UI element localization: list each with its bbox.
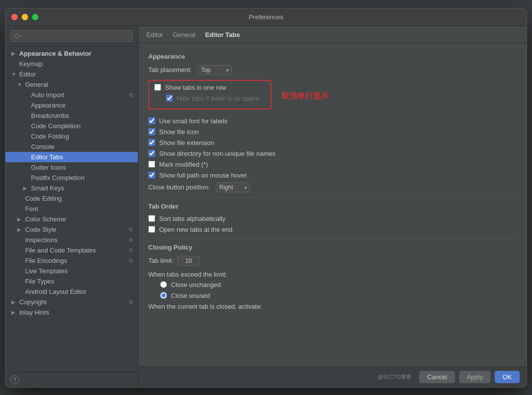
- copy-icon: ⧉: [129, 247, 133, 253]
- sidebar-item-appearance[interactable]: Appearance: [5, 100, 138, 110]
- ok-button[interactable]: OK: [495, 371, 520, 383]
- sidebar-item-editor[interactable]: ▼ Editor: [5, 69, 138, 79]
- close-unchanged-row: Close unchanged: [148, 281, 517, 288]
- close-unused-row: Close unused: [148, 292, 517, 299]
- breadcrumb-editor: Editor: [146, 31, 163, 38]
- show-directory-label: Show directory for non-unique file names: [159, 150, 275, 157]
- minimize-button[interactable]: [22, 14, 28, 20]
- breadcrumb-general: General: [173, 31, 196, 38]
- close-unchanged-radio[interactable]: [160, 281, 167, 288]
- sidebar-item-general[interactable]: ▼ General: [5, 79, 138, 90]
- divider-1: [148, 197, 517, 198]
- sort-tabs-label: Sort tabs alphabetically: [159, 215, 225, 222]
- titlebar: Preferences: [5, 8, 527, 26]
- use-small-font-checkbox[interactable]: [148, 117, 155, 124]
- tab-limit-label: Tab limit:: [148, 257, 173, 264]
- chevron-right-icon: ▶: [11, 51, 17, 56]
- show-file-ext-checkbox[interactable]: [148, 139, 155, 146]
- cancel-button[interactable]: Cancel: [419, 371, 455, 383]
- tab-placement-select[interactable]: Top Bottom Left Right None: [198, 65, 232, 75]
- copy-icon: ⧉: [129, 237, 133, 243]
- tab-limit-input[interactable]: [177, 256, 200, 266]
- chevron-right-icon: ▶: [17, 216, 23, 222]
- highlight-row: Show tabs in one row Hide tabs if there …: [148, 80, 517, 113]
- main-panel: Editor › General › Editor Tabs Appearanc…: [138, 26, 527, 387]
- sidebar-item-live-templates[interactable]: Live Templates: [5, 266, 138, 276]
- copy-icon: ⧉: [129, 92, 133, 98]
- close-button[interactable]: [11, 14, 18, 20]
- hide-tabs-label: Hide tabs if there is no space: [177, 95, 260, 102]
- sidebar-item-file-types[interactable]: File Types: [5, 276, 138, 287]
- sidebar-item-breadcrumbs[interactable]: Breadcrumbs: [5, 110, 138, 121]
- apply-button[interactable]: Apply: [459, 371, 491, 383]
- close-unused-radio[interactable]: [160, 292, 167, 299]
- sidebar-item-color-scheme[interactable]: ▶ Color Scheme: [5, 214, 138, 224]
- tab-placement-dropdown-wrapper: Top Bottom Left Right None: [195, 65, 232, 75]
- close-button-dropdown-wrapper: Right Left Hidden: [213, 182, 250, 192]
- hide-tabs-checkbox[interactable]: [166, 95, 173, 102]
- sidebar-item-keymap[interactable]: Keymap: [5, 59, 138, 69]
- close-unchanged-label: Close unchanged: [171, 281, 221, 288]
- copy-icon: ⧉: [129, 299, 133, 305]
- sort-tabs-checkbox[interactable]: [148, 215, 155, 222]
- sidebar-item-inspections[interactable]: Inspections ⧉: [5, 235, 138, 245]
- tab-limit-row: Tab limit:: [148, 256, 517, 266]
- appearance-section-title: Appearance: [148, 53, 517, 60]
- sidebar-footer: ?: [5, 372, 138, 387]
- sidebar-item-console[interactable]: Console: [5, 142, 138, 152]
- sidebar-item-smart-keys[interactable]: ▶ Smart Keys: [5, 183, 138, 193]
- show-file-ext-row: Show file extension: [148, 139, 517, 146]
- window-controls: [11, 14, 38, 20]
- annotation-text: 取消单行显示: [281, 91, 329, 102]
- sidebar-item-editor-tabs[interactable]: Editor Tabs: [5, 152, 138, 162]
- close-button-select[interactable]: Right Left Hidden: [216, 182, 250, 192]
- sidebar-item-appearance-behavior[interactable]: ▶ Appearance & Behavior: [5, 48, 138, 59]
- sidebar-item-file-code-templates[interactable]: File and Code Templates ⧉: [5, 245, 138, 255]
- show-directory-checkbox[interactable]: [148, 150, 155, 157]
- show-file-icon-label: Show file icon: [159, 128, 199, 136]
- open-new-end-row: Open new tabs at the end: [148, 226, 517, 233]
- sidebar-item-gutter-icons[interactable]: Gutter Icons: [5, 162, 138, 173]
- close-unused-label: Close unused: [171, 292, 210, 299]
- breadcrumb-current: Editor Tabs: [205, 31, 240, 38]
- when-exceed-row: When tabs exceed the limit:: [148, 271, 517, 278]
- sidebar-item-file-encodings[interactable]: File Encodings ⧉: [5, 255, 138, 266]
- sidebar: ▶ Appearance & Behavior Keymap ▼ Editor …: [5, 26, 138, 387]
- close-button-row: Close button position: Right Left Hidden: [148, 182, 517, 192]
- sidebar-item-android-layout-editor[interactable]: Android Layout Editor: [5, 287, 138, 297]
- sidebar-item-code-completion[interactable]: Code Completion: [5, 121, 138, 131]
- help-button[interactable]: ?: [10, 375, 19, 384]
- when-closed-label: When the current tab is closed, activate…: [148, 303, 262, 310]
- sidebar-list: ▶ Appearance & Behavior Keymap ▼ Editor …: [5, 46, 138, 372]
- breadcrumb: Editor › General › Editor Tabs: [138, 26, 527, 43]
- sidebar-item-code-folding[interactable]: Code Folding: [5, 131, 138, 142]
- mark-modified-label: Mark modified (*): [159, 161, 208, 168]
- copy-icon: ⧉: [129, 226, 133, 233]
- show-full-path-checkbox[interactable]: [148, 172, 155, 179]
- show-file-icon-checkbox[interactable]: [148, 128, 155, 135]
- show-tabs-checkbox[interactable]: [154, 84, 161, 91]
- sidebar-item-copyright[interactable]: ▶ Copyright ⧉: [5, 297, 138, 307]
- chevron-right-icon: ▶: [11, 299, 17, 305]
- show-full-path-row: Show full path on mouse hover: [148, 172, 517, 179]
- chevron-right-icon: ▶: [23, 185, 29, 191]
- tab-order-title: Tab Order: [148, 203, 517, 210]
- sidebar-item-auto-import[interactable]: Auto Import ⧉: [5, 90, 138, 100]
- chevron-right-icon: ▶: [11, 310, 17, 315]
- sidebar-item-inlay-hints[interactable]: ▶ Inlay Hints: [5, 307, 138, 318]
- sidebar-item-code-editing[interactable]: Code Editing: [5, 193, 138, 204]
- closing-policy-title: Closing Policy: [148, 244, 517, 251]
- open-new-end-checkbox[interactable]: [148, 226, 155, 233]
- footer: @51CTO博客 Cancel Apply OK: [138, 366, 527, 387]
- settings-area: Appearance Tab placement: Top Bottom Lef…: [138, 43, 527, 366]
- sidebar-item-font[interactable]: Font: [5, 204, 138, 214]
- sidebar-item-postfix-completion[interactable]: Postfix Completion: [5, 173, 138, 183]
- use-small-font-row: Use small font for labels: [148, 117, 517, 125]
- highlight-box: Show tabs in one row Hide tabs if there …: [148, 80, 271, 109]
- search-input[interactable]: [10, 30, 133, 42]
- chevron-down-icon: ▼: [17, 82, 23, 87]
- hide-tabs-row: Hide tabs if there is no space: [154, 95, 266, 102]
- sidebar-item-code-style[interactable]: ▶ Code Style ⧉: [5, 224, 138, 235]
- mark-modified-checkbox[interactable]: [148, 161, 155, 168]
- maximize-button[interactable]: [32, 14, 38, 20]
